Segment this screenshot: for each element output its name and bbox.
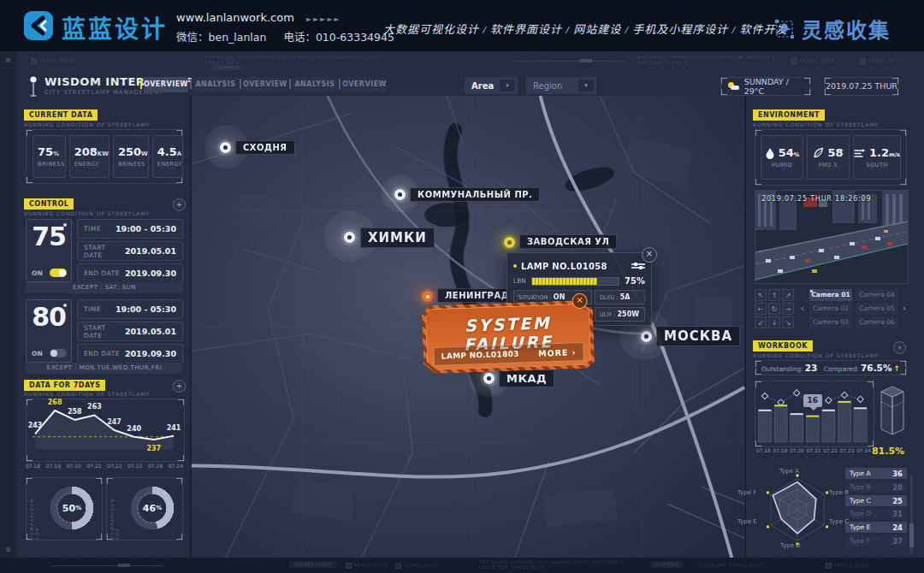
lamp-toggle-1[interactable] [50, 269, 67, 277]
start-date-row: START DATE2019.05.01 [77, 322, 183, 341]
deco-text: THE ROADS DIVERGED IN A YELLOW WOOD, AND… [479, 559, 642, 570]
droplet-icon [765, 147, 775, 159]
lamp-toggle-2[interactable] [50, 349, 67, 357]
camera-feed [755, 190, 909, 284]
website-line: www.lanlanwork.com ►►►►► [176, 11, 341, 24]
deco-square [6, 58, 10, 62]
camera-button-4[interactable]: Camera 04 [856, 289, 898, 301]
website-url[interactable]: www.lanlanwork.com [176, 11, 294, 24]
pan-right-icon[interactable]: → [782, 303, 794, 315]
refresh-icon[interactable]: ↻ [768, 303, 780, 315]
type-row-f[interactable]: Type F37 [845, 535, 907, 546]
camera-timestamp: 2019.07.25 THUR 18:26:09 [761, 195, 871, 203]
map-label[interactable]: СХОДНЯ [235, 140, 295, 155]
diamond-marker [857, 396, 863, 402]
streetlamp-icon [28, 76, 38, 98]
map-label[interactable]: КОММУНАЛЬНЫЙ ПР. [410, 187, 540, 202]
deco-text: TRAVEL BOTH [826, 563, 868, 569]
diamond-marker [761, 393, 767, 399]
control-title: CONTROL [24, 198, 74, 210]
camera-button-5[interactable]: Camera 05 [856, 303, 898, 315]
more-button[interactable]: MORE › [538, 347, 577, 358]
tab-overview-2[interactable]: OVERVIEW [243, 77, 287, 92]
region-select[interactable]: Region ▾ [526, 77, 596, 94]
pan-up-right-icon[interactable]: ↗ [782, 289, 794, 301]
area-select-value: Area [465, 81, 500, 91]
map-label[interactable]: МКАД [499, 369, 554, 387]
region-select-value: Region [526, 81, 578, 91]
workbook-subtitle: RUNNING CONDITION OF STREETLAMP [753, 352, 879, 358]
up-arrow-icon: ↑ [893, 364, 900, 373]
bar [838, 402, 851, 442]
map-pin-mkad[interactable] [483, 373, 495, 384]
camera-button-1[interactable]: Camera 01 [809, 289, 852, 301]
camera-list-col-1: Camera 01 Camera 02 Camera 03 [809, 289, 852, 328]
map-pin-zavodskaya[interactable] [504, 237, 515, 248]
trend-expand-button[interactable]: + [173, 380, 186, 393]
radar-vertex-dot [826, 491, 829, 494]
map-label[interactable]: ХИМКИ [360, 227, 435, 248]
bottom-strip: STREET LIGHT TRAVEL BOTH TRAVEL BOTH THE… [0, 558, 924, 573]
tab-analysis-2[interactable]: ANALYSIS [293, 77, 337, 92]
camera-next-icon[interactable]: › [900, 301, 909, 316]
type-row-e[interactable]: Type E24 [845, 522, 907, 533]
pan-down-left-icon[interactable]: ↙ [755, 316, 767, 328]
type-row-b[interactable]: Type B28 [845, 481, 907, 493]
trend-subtitle: RUNNING CONDITION OF STREETLAMP [24, 391, 150, 397]
lbn-progress-fill [532, 278, 597, 285]
sliders-icon[interactable] [631, 262, 645, 270]
type-row-a[interactable]: Type A36 [845, 468, 907, 479]
chevron-down-icon[interactable]: ▾ [578, 80, 594, 92]
map-pin-skhodnya[interactable] [220, 142, 231, 153]
bulb-icon [63, 304, 67, 307]
bar-tooltip: 16 [803, 394, 822, 407]
schedule-rows-1: TIME19:00 - 05:30 START DATE2019.05.01 E… [77, 219, 183, 283]
radar-label: Type A [779, 468, 799, 475]
pan-left-icon[interactable]: ← [755, 303, 767, 315]
map-pin-moskva[interactable] [641, 331, 652, 342]
star-icon [774, 19, 795, 39]
radar-label: Type E [737, 518, 757, 525]
map-pin-leningradskoe[interactable] [422, 291, 433, 302]
bar [759, 411, 772, 442]
camera-button-6[interactable]: Camera 06 [856, 316, 898, 328]
current-data-panel: 75% BRINESS 208KW ENERGY 250W BRINESS 4.… [26, 129, 183, 184]
city-map[interactable]: СХОДНЯ КОММУНАЛЬНЫЙ ПР. ХИМКИ ЗАВОДСКАЯ … [190, 96, 746, 558]
deco-square [6, 547, 10, 552]
camera-prev-icon[interactable]: ‹ [798, 301, 807, 316]
pan-up-icon[interactable]: ↑ [768, 289, 780, 301]
field-dleu: DLEU5A [595, 290, 645, 304]
close-icon[interactable]: × [642, 247, 657, 263]
deco-text: STREET LIGHT [289, 561, 336, 568]
control-expand-button[interactable]: + [173, 198, 186, 211]
tab-overview-3[interactable]: OVERVIEW [342, 77, 387, 92]
pan-down-right-icon[interactable]: ↘ [782, 316, 794, 328]
camera-photo [755, 191, 908, 283]
services-text: 大数据可视化设计 / 软件界面设计 / 网站建设 / 手机及小程序设计 / 软件… [383, 21, 751, 37]
collect-link[interactable]: 灵感收集 [774, 14, 891, 44]
map-label[interactable]: ЗАВОДСКАЯ УЛ [519, 234, 617, 249]
area-select[interactable]: Area ▾ [465, 77, 518, 94]
trend-x-axis: 07.1807.19 07.2007.21 07.2207.23 07.2407… [26, 463, 183, 469]
lanlan-logo-icon [22, 9, 55, 42]
phone-text: 电话：010-63334945 [283, 31, 394, 44]
except-band-2: EXCEPT : MON,TUE,WED,THUR,FRI [26, 363, 183, 374]
camera-button-3[interactable]: Camera 03 [809, 316, 852, 328]
collect-label[interactable]: 灵感收集 [802, 14, 891, 44]
camera-button-2[interactable]: Camera 02 [809, 303, 852, 315]
chevron-down-icon[interactable]: ▾ [500, 80, 515, 92]
time-row: TIME19:00 - 05:30 [77, 299, 183, 319]
map-pin-kommunalny[interactable] [394, 189, 406, 200]
pan-up-left-icon[interactable]: ↖ [755, 289, 767, 301]
scrollbar-handle[interactable] [909, 523, 914, 547]
tab-overview-1[interactable]: OVERVIEW [144, 77, 188, 92]
map-pin-khimki[interactable] [344, 232, 355, 243]
dashboard: TRAVEL BOTH THE ROADS DIVERGED IN A YELL… [0, 51, 924, 573]
chevron-right-icon: › [572, 347, 577, 357]
workbook-expand-button[interactable]: › [893, 341, 906, 354]
map-label[interactable]: МОСКВА [656, 326, 740, 346]
tab-analysis-1[interactable]: ANALYSIS [193, 77, 238, 92]
type-row-d[interactable]: Type D31 [845, 508, 907, 519]
pan-down-icon[interactable]: ↓ [768, 316, 780, 328]
type-row-c[interactable]: Type C25 [845, 495, 907, 506]
